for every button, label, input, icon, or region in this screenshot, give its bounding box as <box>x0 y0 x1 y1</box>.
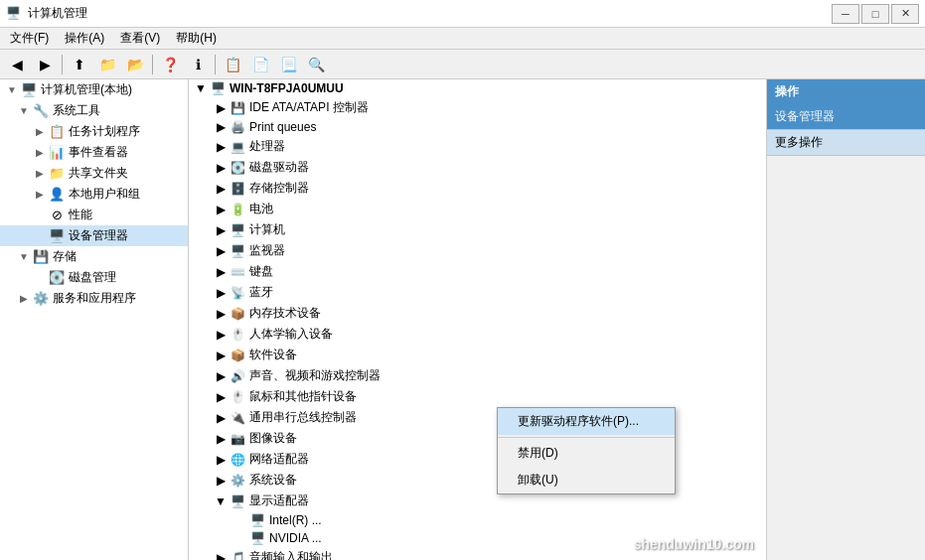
toggle-printq[interactable]: ▶ <box>213 120 229 134</box>
toggle-hid[interactable]: ▶ <box>213 328 229 342</box>
minimize-button[interactable]: ─ <box>832 4 859 24</box>
toolbar-view4[interactable]: 🔍 <box>303 53 329 76</box>
toggle-audio-video[interactable]: ▶ <box>213 369 229 383</box>
middle-mouse[interactable]: ▶ 🖱️ 鼠标和其他指针设备 <box>189 386 766 407</box>
middle-cpu[interactable]: ▶ 💻 处理器 <box>189 136 766 157</box>
left-tree-shared[interactable]: ▶ 📁 共享文件夹 <box>0 163 188 184</box>
icon-intel: 🖥️ <box>250 513 265 527</box>
toggle-system-dev[interactable]: ▶ <box>213 474 229 488</box>
context-menu-disable[interactable]: 禁用(D) <box>498 440 675 467</box>
label-keyboard: 键盘 <box>249 263 273 280</box>
toolbar-folder2[interactable]: 📂 <box>122 53 148 76</box>
left-tree-localusers[interactable]: ▶ 👤 本地用户和组 <box>0 184 188 205</box>
toggle-software[interactable]: ▶ <box>213 349 229 362</box>
toggle-keyboard[interactable]: ▶ <box>213 265 229 279</box>
middle-system-dev[interactable]: ▶ ⚙️ 系统设备 <box>189 470 766 490</box>
close-button[interactable]: ✕ <box>891 4 919 24</box>
toggle-network[interactable]: ▶ <box>213 453 229 467</box>
toggle-computer-node[interactable]: ▶ <box>213 223 229 237</box>
middle-root[interactable]: ▼ 🖥️ WIN-T8FPJA0UMUU <box>189 79 766 97</box>
middle-bluetooth[interactable]: ▶ 📡 蓝牙 <box>189 282 766 303</box>
middle-storage-ctrl[interactable]: ▶ 🗄️ 存储控制器 <box>189 178 766 199</box>
left-tree-event[interactable]: ▶ 📊 事件查看器 <box>0 142 188 163</box>
left-tree-task[interactable]: ▶ 📋 任务计划程序 <box>0 121 188 142</box>
middle-disk[interactable]: ▶ 💽 磁盘驱动器 <box>189 157 766 178</box>
middle-printq[interactable]: ▶ 🖨️ Print queues <box>189 118 766 136</box>
maximize-button[interactable]: □ <box>861 4 889 24</box>
label-root: WIN-T8FPJA0UMUU <box>230 81 344 95</box>
toolbar-view2[interactable]: 📄 <box>247 53 273 76</box>
middle-display[interactable]: ▼ 🖥️ 显示适配器 <box>189 490 766 511</box>
toggle-devmgr[interactable]: ▶ <box>32 230 48 241</box>
context-menu-update[interactable]: 更新驱动程序软件(P)... <box>498 408 675 435</box>
toggle-task[interactable]: ▶ <box>32 126 48 137</box>
middle-computer-node[interactable]: ▶ 🖥️ 计算机 <box>189 219 766 240</box>
left-tree-services[interactable]: ▶ ⚙️ 服务和应用程序 <box>0 288 188 309</box>
left-tree-diskmgr[interactable]: ▶ 💽 磁盘管理 <box>0 267 188 288</box>
toggle-cpu[interactable]: ▶ <box>213 140 229 154</box>
toggle-services[interactable]: ▶ <box>16 293 32 304</box>
toggle-storage[interactable]: ▼ <box>16 251 32 262</box>
toolbar-view1[interactable]: 📋 <box>220 53 245 76</box>
middle-network[interactable]: ▶ 🌐 网络适配器 <box>189 449 766 470</box>
toggle-tools[interactable]: ▼ <box>16 105 32 116</box>
middle-keyboard[interactable]: ▶ ⌨️ 键盘 <box>189 261 766 282</box>
toggle-serial[interactable]: ▶ <box>213 411 229 425</box>
context-menu-uninstall[interactable]: 卸载(U) <box>498 467 675 493</box>
toolbar-back[interactable]: ◀ <box>4 53 30 76</box>
menu-file[interactable]: 文件(F) <box>2 28 57 49</box>
toolbar-separator-3 <box>215 55 216 74</box>
middle-nvidia[interactable]: ▶ 🖥️ NVIDIA ... <box>189 529 766 547</box>
middle-software[interactable]: ▶ 📦 软件设备 <box>189 345 766 365</box>
middle-memory[interactable]: ▶ 📦 内存技术设备 <box>189 303 766 324</box>
middle-imaging[interactable]: ▶ 📷 图像设备 <box>189 428 766 449</box>
icon-event: 📊 <box>48 145 66 161</box>
toggle-shared[interactable]: ▶ <box>32 168 48 179</box>
menu-bar: 文件(F) 操作(A) 查看(V) 帮助(H) <box>0 28 925 50</box>
toolbar-info[interactable]: ℹ <box>185 53 211 76</box>
toggle-mouse[interactable]: ▶ <box>213 390 229 404</box>
toolbar-view3[interactable]: 📃 <box>275 53 301 76</box>
left-tree-storage[interactable]: ▼ 💾 存储 <box>0 246 188 267</box>
menu-help[interactable]: 帮助(H) <box>168 28 225 49</box>
menu-view[interactable]: 查看(V) <box>112 28 168 49</box>
middle-ide[interactable]: ▶ 💾 IDE ATA/ATAPI 控制器 <box>189 97 766 118</box>
menu-action[interactable]: 操作(A) <box>57 28 112 49</box>
middle-audio-video[interactable]: ▶ 🔊 声音、视频和游戏控制器 <box>189 365 766 386</box>
toggle-monitor[interactable]: ▶ <box>213 244 229 258</box>
toggle-bluetooth[interactable]: ▶ <box>213 286 229 300</box>
middle-serial[interactable]: ▶ 🔌 通用串行总线控制器 <box>189 407 766 428</box>
middle-hid[interactable]: ▶ 🖱️ 人体学输入设备 <box>189 324 766 345</box>
toggle-audio-input[interactable]: ▶ <box>213 551 229 561</box>
toggle-memory[interactable]: ▶ <box>213 307 229 321</box>
middle-battery[interactable]: ▶ 🔋 电池 <box>189 199 766 219</box>
toggle-disk[interactable]: ▶ <box>213 161 229 175</box>
toolbar-forward[interactable]: ▶ <box>32 53 58 76</box>
toggle-imaging[interactable]: ▶ <box>213 432 229 446</box>
right-panel-more[interactable]: 更多操作 <box>767 130 925 156</box>
toggle-storage-ctrl[interactable]: ▶ <box>213 182 229 196</box>
toggle-display[interactable]: ▼ <box>213 494 229 508</box>
toolbar-folder[interactable]: 📁 <box>94 53 120 76</box>
left-tree-devmgr[interactable]: ▶ 🖥️ 设备管理器 <box>0 225 188 246</box>
label-devmgr: 设备管理器 <box>69 227 128 244</box>
left-tree-perf[interactable]: ▶ ⊘ 性能 <box>0 205 188 225</box>
left-tree-computer[interactable]: ▼ 🖥️ 计算机管理(本地) <box>0 79 188 100</box>
toggle-ide[interactable]: ▶ <box>213 101 229 115</box>
icon-services: ⚙️ <box>32 291 50 307</box>
toolbar-help[interactable]: ❓ <box>157 53 183 76</box>
right-panel-devmgr[interactable]: 设备管理器 <box>767 104 925 130</box>
left-tree-tools[interactable]: ▼ 🔧 系统工具 <box>0 100 188 121</box>
toolbar-up[interactable]: ⬆ <box>67 53 92 76</box>
middle-audio-input[interactable]: ▶ 🎵 音频输入和输出 <box>189 547 766 560</box>
toggle-event[interactable]: ▶ <box>32 147 48 158</box>
toggle-localusers[interactable]: ▶ <box>32 189 48 200</box>
toggle-computer[interactable]: ▼ <box>4 84 20 95</box>
middle-monitor[interactable]: ▶ 🖥️ 监视器 <box>189 240 766 261</box>
label-localusers: 本地用户和组 <box>69 186 140 203</box>
toggle-perf[interactable]: ▶ <box>32 210 48 220</box>
toggle-battery[interactable]: ▶ <box>213 203 229 216</box>
toggle-diskmgr[interactable]: ▶ <box>32 272 48 283</box>
toggle-root[interactable]: ▼ <box>193 81 209 95</box>
middle-intel[interactable]: ▶ 🖥️ Intel(R) ... <box>189 511 766 529</box>
